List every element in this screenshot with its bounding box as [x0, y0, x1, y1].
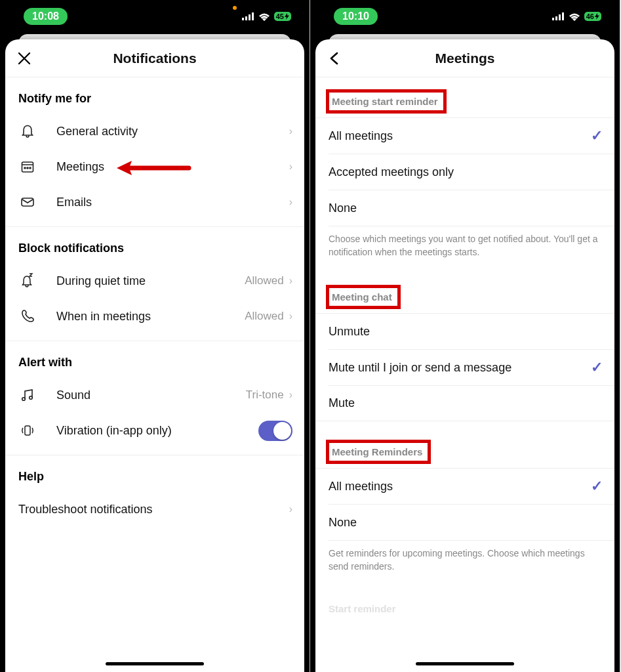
- content-scroll[interactable]: Meeting start reminder All meetings ✓ Ac…: [315, 77, 614, 672]
- row-rem-all[interactable]: All meetings ✓: [315, 469, 614, 504]
- section-header-reminders: Meeting Reminders: [332, 446, 422, 457]
- svg-rect-1: [245, 16, 247, 20]
- row-emails[interactable]: Emails ›: [5, 184, 304, 220]
- vibration-icon: [18, 421, 37, 440]
- battery-level: 45: [276, 12, 284, 20]
- status-bar: 10:08 45: [0, 0, 310, 33]
- check-icon: ✓: [591, 478, 603, 495]
- row-label: Vibration (in-app only): [56, 424, 258, 438]
- page-title: Meetings: [353, 51, 576, 66]
- calendar-icon: [18, 158, 37, 176]
- row-accepted-only[interactable]: Accepted meetings only: [315, 154, 614, 190]
- svg-rect-0: [242, 18, 244, 20]
- sheet: Notifications Notify me for General acti…: [5, 39, 304, 672]
- row-label: None: [329, 516, 603, 530]
- svg-rect-9: [22, 198, 33, 206]
- section-header-block: Block notifications: [5, 227, 304, 263]
- row-meetings[interactable]: Meetings ›: [5, 149, 304, 184]
- bell-icon: [18, 122, 37, 140]
- chevron-right-icon: ›: [289, 125, 292, 137]
- close-button[interactable]: [5, 52, 43, 65]
- row-all-meetings[interactable]: All meetings ✓: [315, 118, 614, 154]
- section-header-chat: Meeting chat: [332, 291, 392, 303]
- row-label: Meetings: [56, 160, 289, 174]
- status-time: 10:08: [24, 8, 68, 25]
- home-indicator[interactable]: [416, 662, 514, 665]
- battery-icon: 45: [274, 12, 291, 21]
- section-header-start: Meeting start reminder: [332, 96, 438, 107]
- row-label: When in meetings: [56, 310, 245, 324]
- page-title: Notifications: [43, 51, 266, 66]
- row-quiet-time[interactable]: During quiet time Allowed ›: [5, 263, 304, 299]
- status-bar: 10:10 46: [310, 0, 620, 33]
- cellular-icon: [242, 12, 254, 20]
- footer-text-reminders: Get reminders for upcoming meetings. Cho…: [315, 541, 614, 587]
- chevron-right-icon: ›: [289, 389, 292, 401]
- svg-rect-2: [249, 14, 250, 20]
- row-label: During quiet time: [56, 274, 245, 288]
- recording-dot-icon: [233, 6, 237, 10]
- row-label: All meetings: [329, 129, 591, 143]
- row-label: Troubleshoot notifications: [18, 503, 289, 516]
- row-troubleshoot[interactable]: Troubleshoot notifications ›: [5, 492, 304, 527]
- row-label: Accepted meetings only: [329, 165, 603, 179]
- svg-rect-3: [252, 12, 254, 20]
- row-none[interactable]: None: [315, 190, 614, 226]
- row-label: All meetings: [329, 480, 591, 494]
- row-label: General activity: [56, 125, 289, 138]
- close-icon: [18, 52, 31, 65]
- svg-point-10: [22, 398, 26, 401]
- svg-point-6: [24, 167, 26, 169]
- svg-rect-12: [25, 426, 30, 435]
- row-value: Allowed: [245, 310, 284, 323]
- svg-rect-15: [559, 14, 561, 20]
- row-label: None: [329, 201, 603, 215]
- phone-left: 10:08 45 Notifications Notify me for: [0, 0, 310, 672]
- section-header-alert: Alert with: [5, 341, 304, 377]
- svg-rect-13: [552, 18, 554, 20]
- row-sound[interactable]: Sound Tri-tone ›: [5, 377, 304, 413]
- row-mute[interactable]: Mute: [315, 386, 614, 421]
- annotation-box: Meeting Reminders: [326, 440, 431, 464]
- row-label: Emails: [56, 196, 289, 209]
- nav-bar: Meetings: [315, 39, 614, 77]
- cutoff-header: Start reminder: [315, 587, 614, 614]
- footer-text-start: Choose which meetings you want to get no…: [315, 226, 614, 273]
- vibration-toggle[interactable]: [258, 421, 292, 441]
- cellular-icon: [552, 12, 565, 20]
- check-icon: ✓: [591, 359, 603, 376]
- row-vibration: Vibration (in-app only): [5, 413, 304, 448]
- back-button[interactable]: [315, 52, 353, 65]
- phone-right: 10:10 46 Meetings Meeting start remin: [310, 0, 620, 672]
- row-value: Tri-tone: [246, 388, 284, 402]
- bell-snooze-icon: [18, 272, 37, 290]
- svg-point-11: [30, 396, 33, 400]
- svg-point-8: [30, 167, 31, 169]
- row-unmute[interactable]: Unmute: [315, 314, 614, 349]
- row-general-activity[interactable]: General activity ›: [5, 114, 304, 149]
- nav-bar: Notifications: [5, 39, 304, 77]
- row-when-in-meetings[interactable]: When in meetings Allowed ›: [5, 299, 304, 334]
- status-time: 10:10: [334, 8, 378, 25]
- row-rem-none[interactable]: None: [315, 505, 614, 540]
- svg-point-7: [27, 167, 28, 169]
- row-label: Mute until I join or send a message: [329, 361, 591, 375]
- chevron-right-icon: ›: [289, 503, 292, 515]
- row-label: Sound: [56, 388, 246, 402]
- phone-icon: [18, 307, 37, 326]
- home-indicator[interactable]: [106, 662, 204, 665]
- battery-level: 46: [586, 12, 594, 20]
- row-label: Unmute: [329, 325, 603, 339]
- wifi-icon: [569, 12, 580, 21]
- chevron-left-icon: [329, 52, 340, 65]
- svg-rect-14: [555, 16, 557, 20]
- section-header-notify: Notify me for: [5, 77, 304, 114]
- content-scroll[interactable]: Notify me for General activity › Meeting…: [5, 77, 304, 672]
- sheet: Meetings Meeting start reminder All meet…: [315, 39, 614, 672]
- chevron-right-icon: ›: [289, 161, 292, 173]
- mail-icon: [18, 193, 37, 211]
- row-mute-until-join[interactable]: Mute until I join or send a message ✓: [315, 350, 614, 385]
- battery-icon: 46: [584, 12, 601, 21]
- status-right-cluster: 46: [552, 12, 601, 21]
- svg-rect-16: [562, 12, 564, 20]
